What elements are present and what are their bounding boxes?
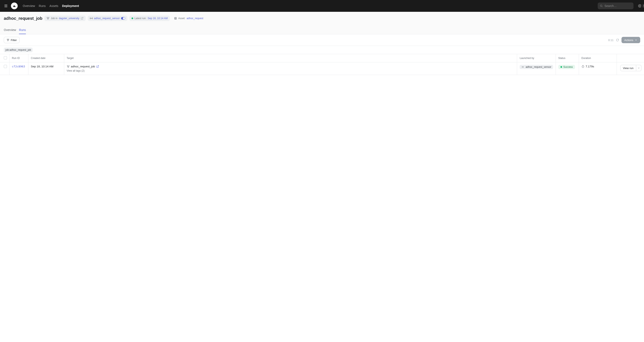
tab-overview[interactable]: Overview xyxy=(4,26,16,34)
run-id-link[interactable]: cf2c8963 xyxy=(12,65,25,68)
nav-runs[interactable]: Runs xyxy=(37,3,47,9)
tabs: Overview Runs xyxy=(4,26,640,34)
select-all-checkbox[interactable] xyxy=(4,56,7,59)
svg-point-7 xyxy=(639,6,640,6)
filter-chip-job[interactable]: job:adhoc_request_job xyxy=(4,48,32,52)
latest-run-time-link[interactable]: Sep 18, 10:14 AM xyxy=(148,17,168,20)
status-dot-icon xyxy=(560,66,562,68)
col-target: Target xyxy=(64,54,517,62)
timer-icon xyxy=(582,65,584,68)
hamburger-icon xyxy=(4,4,8,8)
svg-point-10 xyxy=(48,19,48,19)
refresh-timer: 0:11 xyxy=(608,39,614,42)
col-status: Status xyxy=(556,54,579,62)
job-location-chip[interactable]: Job in dagster_university xyxy=(44,16,86,21)
svg-point-17 xyxy=(68,66,69,66)
job-repo-link[interactable]: dagster_university xyxy=(59,17,79,20)
svg-point-18 xyxy=(68,67,68,68)
nav-overview[interactable]: Overview xyxy=(21,3,36,9)
view-all-tags[interactable]: View all tags (2) xyxy=(67,69,514,72)
status-badge: Success xyxy=(558,65,575,69)
latest-run-chip[interactable]: Latest run: Sep 18, 10:14 AM xyxy=(130,16,170,21)
search-input[interactable] xyxy=(604,4,641,8)
status-dot-icon xyxy=(132,18,133,19)
filter-label: Filter xyxy=(11,39,17,42)
svg-rect-12 xyxy=(174,17,176,19)
svg-point-9 xyxy=(48,17,49,18)
settings-button[interactable] xyxy=(638,4,642,8)
page-header: adhoc_request_job Job in dagster_univers… xyxy=(0,12,644,34)
svg-point-16 xyxy=(67,66,68,66)
menu-button[interactable] xyxy=(2,3,9,9)
view-run-more-button[interactable] xyxy=(636,65,642,71)
nav-assets[interactable]: Assets xyxy=(48,3,60,9)
chevron-down-icon xyxy=(638,67,640,69)
refresh-button[interactable] xyxy=(616,39,619,42)
gear-icon xyxy=(638,4,642,8)
filter-bar: Filter 0:11 Actions xyxy=(0,34,644,46)
sensor-icon xyxy=(90,17,93,20)
asset-icon xyxy=(174,17,177,20)
actions-label: Actions xyxy=(624,39,633,42)
svg-point-11 xyxy=(91,18,92,19)
sensor-link[interactable]: adhoc_request_sensor xyxy=(94,17,120,20)
status-label: Success xyxy=(564,66,573,69)
svg-point-5 xyxy=(600,5,602,7)
actions-button[interactable]: Actions xyxy=(622,37,640,43)
top-nav: Overview Runs Assets Deployment / xyxy=(0,0,644,12)
row-checkbox[interactable] xyxy=(4,65,7,68)
job-icon xyxy=(67,65,70,68)
filter-button[interactable]: Filter xyxy=(4,37,20,43)
table-row: cf2c8963 Sep 18, 10:14 AM adhoc_request_… xyxy=(0,62,644,75)
applied-filters: job:adhoc_request_job xyxy=(0,46,644,54)
sensor-toggle[interactable] xyxy=(121,17,125,20)
duration-value: 7.179s xyxy=(586,65,594,68)
nav-links: Overview Runs Assets Deployment xyxy=(21,3,80,9)
search-icon xyxy=(600,5,603,7)
asset-chip[interactable]: Asset: adhoc_request xyxy=(172,16,206,21)
launched-by-label: adhoc_request_sensor xyxy=(526,66,551,69)
svg-point-4 xyxy=(15,6,15,6)
created-date: Sep 18, 10:14 AM xyxy=(31,65,54,68)
svg-point-8 xyxy=(47,17,48,18)
refresh-icon xyxy=(616,39,619,42)
col-launched-by: Launched by xyxy=(517,54,556,62)
target-job-name[interactable]: adhoc_request_job xyxy=(71,65,95,68)
search-shortcut-key: / xyxy=(643,4,644,8)
svg-line-6 xyxy=(602,7,602,7)
job-icon xyxy=(46,17,50,20)
page-title: adhoc_request_job xyxy=(4,16,42,21)
latest-run-prefix: Latest run: xyxy=(134,17,146,20)
asset-link[interactable]: adhoc_request xyxy=(186,17,203,20)
asset-prefix: Asset: xyxy=(178,17,185,20)
runs-table: Run ID Created date Target Launched by S… xyxy=(0,54,644,75)
tab-runs[interactable]: Runs xyxy=(19,26,26,34)
external-link-icon xyxy=(80,17,84,20)
sensor-icon xyxy=(521,66,524,69)
external-link-icon[interactable] xyxy=(96,65,99,68)
col-created-date: Created date xyxy=(28,54,64,62)
filter-icon xyxy=(6,39,10,42)
col-run-id: Run ID xyxy=(9,54,28,62)
svg-point-19 xyxy=(522,67,523,67)
search-box[interactable]: / xyxy=(598,3,634,9)
dagster-logo[interactable] xyxy=(11,3,18,9)
job-in-prefix: Job in xyxy=(51,17,58,20)
sensor-chip[interactable]: adhoc_request_sensor xyxy=(88,16,127,21)
launched-by-chip[interactable]: adhoc_request_sensor xyxy=(520,65,553,69)
col-duration: Duration xyxy=(579,54,617,62)
chevron-down-icon xyxy=(634,39,638,42)
view-run-button[interactable]: View run xyxy=(620,65,636,71)
nav-deployment[interactable]: Deployment xyxy=(60,3,80,9)
